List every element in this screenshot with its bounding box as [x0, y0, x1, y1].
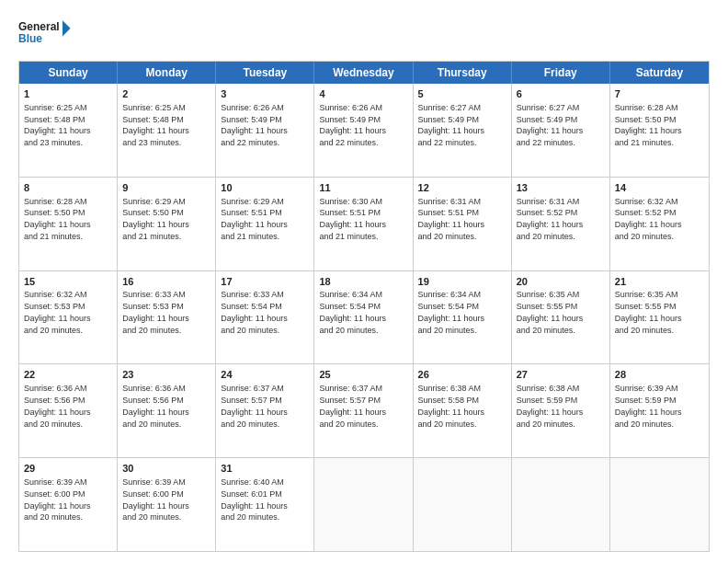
day-number: 24: [221, 368, 309, 382]
calendar-row-3: 15Sunrise: 6:32 AMSunset: 5:53 PMDayligh…: [19, 270, 709, 364]
day-info: Sunrise: 6:39 AMSunset: 6:00 PMDaylight:…: [24, 477, 91, 522]
header-day-tuesday: Tuesday: [216, 62, 314, 84]
header-day-thursday: Thursday: [414, 62, 512, 84]
table-row: 4Sunrise: 6:26 AMSunset: 5:49 PMDaylight…: [314, 84, 413, 177]
calendar-body: 1Sunrise: 6:25 AMSunset: 5:48 PMDaylight…: [19, 84, 709, 551]
calendar: SundayMondayTuesdayWednesdayThursdayFrid…: [18, 61, 710, 552]
table-row: 21Sunrise: 6:35 AMSunset: 5:55 PMDayligh…: [610, 271, 709, 364]
day-info: Sunrise: 6:25 AMSunset: 5:48 PMDaylight:…: [122, 103, 189, 147]
day-info: Sunrise: 6:28 AMSunset: 5:50 PMDaylight:…: [24, 197, 91, 241]
day-info: Sunrise: 6:26 AMSunset: 5:49 PMDaylight:…: [319, 103, 386, 147]
day-info: Sunrise: 6:40 AMSunset: 6:01 PMDaylight:…: [221, 477, 288, 522]
day-number: 7: [615, 87, 704, 101]
table-row: 20Sunrise: 6:35 AMSunset: 5:55 PMDayligh…: [512, 271, 610, 364]
table-row: 5Sunrise: 6:27 AMSunset: 5:49 PMDaylight…: [414, 84, 512, 177]
day-info: Sunrise: 6:32 AMSunset: 5:52 PMDaylight:…: [615, 197, 682, 241]
day-info: Sunrise: 6:29 AMSunset: 5:50 PMDaylight:…: [122, 197, 189, 241]
day-number: 13: [517, 181, 605, 195]
table-row: 13Sunrise: 6:31 AMSunset: 5:52 PMDayligh…: [512, 178, 610, 270]
day-number: 11: [319, 181, 407, 195]
day-number: 16: [122, 275, 210, 289]
table-row: 9Sunrise: 6:29 AMSunset: 5:50 PMDaylight…: [118, 178, 216, 270]
table-row: 18Sunrise: 6:34 AMSunset: 5:54 PMDayligh…: [314, 271, 413, 364]
day-number: 19: [418, 275, 506, 289]
day-number: 12: [418, 181, 506, 195]
day-info: Sunrise: 6:35 AMSunset: 5:55 PMDaylight:…: [517, 290, 584, 334]
day-info: Sunrise: 6:27 AMSunset: 5:49 PMDaylight:…: [517, 103, 584, 147]
day-info: Sunrise: 6:39 AMSunset: 6:00 PMDaylight:…: [122, 477, 189, 522]
table-row: 26Sunrise: 6:38 AMSunset: 5:58 PMDayligh…: [414, 364, 512, 457]
table-row: 31Sunrise: 6:40 AMSunset: 6:01 PMDayligh…: [216, 458, 314, 551]
table-row: 29Sunrise: 6:39 AMSunset: 6:00 PMDayligh…: [19, 458, 118, 551]
header-day-friday: Friday: [512, 62, 610, 84]
day-number: 2: [122, 87, 210, 101]
day-number: 8: [24, 181, 112, 195]
table-row: 12Sunrise: 6:31 AMSunset: 5:51 PMDayligh…: [414, 178, 512, 270]
day-number: 4: [319, 87, 407, 101]
header: General Blue: [18, 15, 710, 52]
day-number: 20: [517, 275, 605, 289]
day-number: 29: [24, 462, 112, 476]
table-row: 2Sunrise: 6:25 AMSunset: 5:48 PMDaylight…: [118, 84, 216, 177]
day-number: 5: [418, 87, 506, 101]
day-number: 9: [122, 181, 210, 195]
table-row: [610, 458, 709, 551]
day-number: 30: [122, 462, 210, 476]
day-info: Sunrise: 6:38 AMSunset: 5:58 PMDaylight:…: [418, 384, 485, 428]
day-number: 6: [517, 87, 605, 101]
logo-svg: General Blue: [18, 15, 74, 52]
table-row: 7Sunrise: 6:28 AMSunset: 5:50 PMDaylight…: [610, 84, 709, 177]
table-row: 10Sunrise: 6:29 AMSunset: 5:51 PMDayligh…: [216, 178, 314, 270]
day-info: Sunrise: 6:31 AMSunset: 5:51 PMDaylight:…: [418, 197, 485, 241]
day-number: 3: [221, 87, 309, 101]
table-row: [512, 458, 610, 551]
day-number: 26: [418, 368, 506, 382]
day-info: Sunrise: 6:33 AMSunset: 5:54 PMDaylight:…: [221, 290, 288, 334]
table-row: 14Sunrise: 6:32 AMSunset: 5:52 PMDayligh…: [610, 178, 709, 270]
day-info: Sunrise: 6:26 AMSunset: 5:49 PMDaylight:…: [221, 103, 288, 147]
day-info: Sunrise: 6:36 AMSunset: 5:56 PMDaylight:…: [122, 384, 189, 428]
table-row: 3Sunrise: 6:26 AMSunset: 5:49 PMDaylight…: [216, 84, 314, 177]
day-number: 1: [24, 87, 112, 101]
day-number: 10: [221, 181, 309, 195]
day-number: 15: [24, 275, 112, 289]
table-row: 1Sunrise: 6:25 AMSunset: 5:48 PMDaylight…: [19, 84, 118, 177]
day-number: 28: [615, 368, 704, 382]
table-row: [314, 458, 413, 551]
day-info: Sunrise: 6:34 AMSunset: 5:54 PMDaylight:…: [319, 290, 386, 334]
table-row: 17Sunrise: 6:33 AMSunset: 5:54 PMDayligh…: [216, 271, 314, 364]
table-row: 27Sunrise: 6:38 AMSunset: 5:59 PMDayligh…: [512, 364, 610, 457]
table-row: 15Sunrise: 6:32 AMSunset: 5:53 PMDayligh…: [19, 271, 118, 364]
day-info: Sunrise: 6:31 AMSunset: 5:52 PMDaylight:…: [517, 197, 584, 241]
calendar-header: SundayMondayTuesdayWednesdayThursdayFrid…: [19, 62, 709, 84]
calendar-row-4: 22Sunrise: 6:36 AMSunset: 5:56 PMDayligh…: [19, 363, 709, 457]
table-row: 8Sunrise: 6:28 AMSunset: 5:50 PMDaylight…: [19, 178, 118, 270]
day-info: Sunrise: 6:39 AMSunset: 5:59 PMDaylight:…: [615, 384, 682, 428]
table-row: 22Sunrise: 6:36 AMSunset: 5:56 PMDayligh…: [19, 364, 118, 457]
day-number: 18: [319, 275, 407, 289]
header-day-monday: Monday: [118, 62, 216, 84]
table-row: 19Sunrise: 6:34 AMSunset: 5:54 PMDayligh…: [414, 271, 512, 364]
table-row: 30Sunrise: 6:39 AMSunset: 6:00 PMDayligh…: [118, 458, 216, 551]
day-number: 25: [319, 368, 407, 382]
header-day-wednesday: Wednesday: [314, 62, 413, 84]
day-info: Sunrise: 6:28 AMSunset: 5:50 PMDaylight:…: [615, 103, 682, 147]
day-info: Sunrise: 6:29 AMSunset: 5:51 PMDaylight:…: [221, 197, 288, 241]
day-info: Sunrise: 6:32 AMSunset: 5:53 PMDaylight:…: [24, 290, 91, 334]
day-number: 14: [615, 181, 704, 195]
table-row: 6Sunrise: 6:27 AMSunset: 5:49 PMDaylight…: [512, 84, 610, 177]
day-number: 17: [221, 275, 309, 289]
day-info: Sunrise: 6:33 AMSunset: 5:53 PMDaylight:…: [122, 290, 189, 334]
logo: General Blue: [18, 15, 74, 52]
table-row: 23Sunrise: 6:36 AMSunset: 5:56 PMDayligh…: [118, 364, 216, 457]
table-row: 28Sunrise: 6:39 AMSunset: 5:59 PMDayligh…: [610, 364, 709, 457]
svg-text:Blue: Blue: [18, 32, 42, 45]
day-info: Sunrise: 6:37 AMSunset: 5:57 PMDaylight:…: [221, 384, 288, 428]
table-row: [414, 458, 512, 551]
page: General Blue SundayMondayTuesdayWednesda…: [0, 0, 728, 563]
header-day-saturday: Saturday: [610, 62, 709, 84]
table-row: 24Sunrise: 6:37 AMSunset: 5:57 PMDayligh…: [216, 364, 314, 457]
calendar-row-5: 29Sunrise: 6:39 AMSunset: 6:00 PMDayligh…: [19, 457, 709, 551]
day-info: Sunrise: 6:34 AMSunset: 5:54 PMDaylight:…: [418, 290, 485, 334]
day-info: Sunrise: 6:36 AMSunset: 5:56 PMDaylight:…: [24, 384, 91, 428]
